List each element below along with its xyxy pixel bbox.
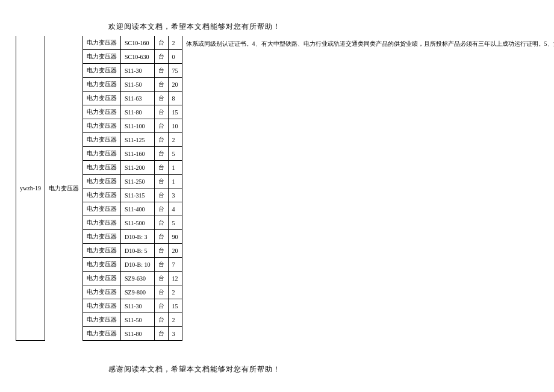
header-message: 欢迎阅读本文档，希望本文档能够对您有所帮助！	[108, 22, 281, 32]
item-qty-cell: 5	[168, 147, 182, 161]
item-name-cell: 电力变压器	[83, 272, 121, 285]
transformer-spec-table: ywzh-19电力变压器电力变压器SC10-160台2体系或同级别认证证书。4、…	[8, 36, 554, 341]
item-qty-cell: 2	[168, 285, 182, 299]
item-model-cell: S11-50	[121, 78, 155, 92]
item-unit-cell: 台	[154, 244, 168, 258]
item-model-cell: S11-30	[121, 64, 155, 78]
item-qty-cell: 2	[168, 36, 182, 50]
item-qty-cell: 75	[168, 64, 182, 78]
item-qty-cell: 7	[168, 258, 182, 272]
item-unit-cell: 台	[154, 105, 168, 119]
item-qty-cell: 1	[168, 175, 182, 188]
item-unit-cell: 台	[154, 78, 168, 92]
item-name-cell: 电力变压器	[83, 36, 121, 50]
item-unit-cell: 台	[154, 175, 168, 188]
item-model-cell: SC10-160	[121, 36, 155, 50]
item-qty-cell: 12	[168, 272, 182, 285]
item-name-cell: 电力变压器	[83, 299, 121, 313]
item-model-cell: S11-100	[121, 119, 155, 133]
item-name-cell: 电力变压器	[83, 50, 121, 64]
item-model-cell: S11-30	[121, 299, 155, 313]
item-name-cell: 电力变压器	[83, 92, 121, 105]
item-qty-cell: 2	[168, 133, 182, 147]
item-unit-cell: 台	[154, 299, 168, 313]
item-name-cell: 电力变压器	[83, 327, 121, 341]
item-unit-cell: 台	[154, 202, 168, 216]
item-unit-cell: 台	[154, 119, 168, 133]
item-qty-cell: 4	[168, 202, 182, 216]
item-name-cell: 电力变压器	[83, 175, 121, 188]
item-qty-cell: 15	[168, 105, 182, 119]
item-qty-cell: 0	[168, 50, 182, 64]
item-name-cell: 电力变压器	[83, 244, 121, 258]
item-qty-cell: 5	[168, 216, 182, 230]
item-qty-cell: 3	[168, 327, 182, 341]
item-model-cell: SC10-630	[121, 50, 155, 64]
item-name-cell: 电力变压器	[83, 119, 121, 133]
item-qty-cell: 90	[168, 230, 182, 244]
item-model-cell: SZ9-630	[121, 272, 155, 285]
item-model-cell: S11-125	[121, 133, 155, 147]
item-unit-cell: 台	[154, 188, 168, 202]
item-unit-cell: 台	[154, 92, 168, 105]
item-unit-cell: 台	[154, 216, 168, 230]
item-unit-cell: 台	[154, 327, 168, 341]
item-name-cell: 电力变压器	[83, 78, 121, 92]
item-qty-cell: 1	[168, 161, 182, 175]
item-name-cell: 电力变压器	[83, 161, 121, 175]
item-qty-cell: 8	[168, 92, 182, 105]
item-model-cell: S11-80	[121, 327, 155, 341]
table-row: ywzh-19电力变压器电力变压器SC10-160台2体系或同级别认证证书。4、…	[8, 36, 554, 50]
item-model-cell: D10-B: 5	[121, 244, 155, 258]
item-unit-cell: 台	[154, 133, 168, 147]
item-model-cell: SZ9-800	[121, 285, 155, 299]
item-unit-cell: 台	[154, 161, 168, 175]
item-model-cell: S11-50	[121, 313, 155, 327]
item-name-cell: 电力变压器	[83, 188, 121, 202]
item-unit-cell: 台	[154, 147, 168, 161]
item-model-cell: S11-400	[121, 202, 155, 216]
item-model-cell: S11-160	[121, 147, 155, 161]
item-name-cell: 电力变压器	[83, 105, 121, 119]
description-cell: 体系或同级别认证证书。4、有大中型铁路、电力行业或轨道交通类同类产品的供货业绩，…	[182, 36, 554, 341]
item-name-cell: 电力变压器	[83, 202, 121, 216]
spacer-left	[8, 36, 16, 341]
item-name-cell: 电力变压器	[83, 147, 121, 161]
item-model-cell: S11-500	[121, 216, 155, 230]
item-qty-cell: 15	[168, 299, 182, 313]
item-unit-cell: 台	[154, 313, 168, 327]
item-name-cell: 电力变压器	[83, 216, 121, 230]
item-name-cell: 电力变压器	[83, 133, 121, 147]
item-qty-cell: 3	[168, 188, 182, 202]
footer-message: 感谢阅读本文档，希望本文档能够对您有所帮助！	[108, 364, 281, 375]
item-name-cell: 电力变压器	[83, 313, 121, 327]
item-name-cell: 电力变压器	[83, 285, 121, 299]
item-model-cell: S11-63	[121, 92, 155, 105]
item-model-cell: D10-B: 10	[121, 258, 155, 272]
item-unit-cell: 台	[154, 230, 168, 244]
item-model-cell: S11-80	[121, 105, 155, 119]
row-id-cell: ywzh-19	[16, 36, 45, 341]
item-unit-cell: 台	[154, 36, 168, 50]
item-model-cell: D10-B: 3	[121, 230, 155, 244]
item-model-cell: S11-315	[121, 188, 155, 202]
item-name-cell: 电力变压器	[83, 64, 121, 78]
category-cell: 电力变压器	[45, 36, 83, 341]
item-qty-cell: 2	[168, 313, 182, 327]
item-qty-cell: 20	[168, 78, 182, 92]
item-model-cell: S11-250	[121, 175, 155, 188]
item-qty-cell: 10	[168, 119, 182, 133]
item-model-cell: S11-200	[121, 161, 155, 175]
item-unit-cell: 台	[154, 272, 168, 285]
item-unit-cell: 台	[154, 64, 168, 78]
item-name-cell: 电力变压器	[83, 258, 121, 272]
item-unit-cell: 台	[154, 258, 168, 272]
item-unit-cell: 台	[154, 50, 168, 64]
item-unit-cell: 台	[154, 285, 168, 299]
item-qty-cell: 20	[168, 244, 182, 258]
item-name-cell: 电力变压器	[83, 230, 121, 244]
